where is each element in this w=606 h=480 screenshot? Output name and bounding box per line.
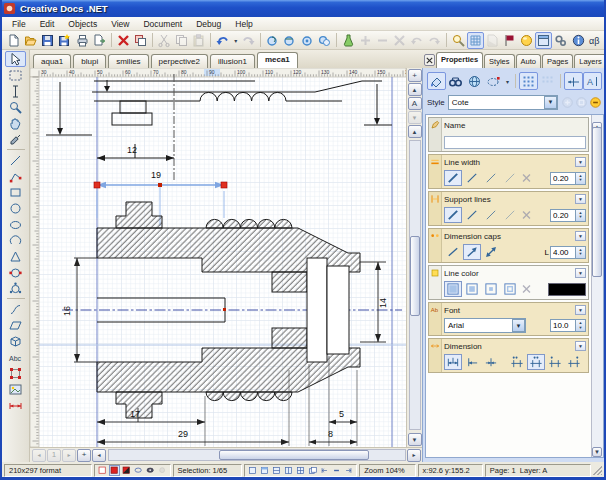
preview-window[interactable] <box>535 32 552 49</box>
save-document[interactable] <box>39 32 56 49</box>
tool-polyline[interactable] <box>5 168 26 184</box>
grid-toggle[interactable] <box>467 32 484 49</box>
pane-collapse[interactable] <box>331 465 342 476</box>
dimension-collapse-button[interactable]: ▼ <box>575 341 586 351</box>
tool-rectangle[interactable] <box>5 184 26 200</box>
color-pattern[interactable] <box>482 281 500 297</box>
doc-tab-meca1[interactable]: meca1 <box>257 52 298 68</box>
style-selection[interactable] <box>484 72 503 90</box>
tool-zoom[interactable] <box>5 99 26 115</box>
tool-surface[interactable] <box>5 317 26 333</box>
online-styles[interactable] <box>465 72 484 90</box>
prev-layer-button[interactable]: ▲ <box>408 83 422 96</box>
cap-length-spinner[interactable]: ▲▼ <box>576 246 586 259</box>
support-lines-collapse-button[interactable]: ▼ <box>575 194 586 204</box>
font-size-value[interactable] <box>550 319 576 332</box>
print[interactable] <box>74 32 91 49</box>
menu-objects[interactable]: Objects <box>62 18 103 30</box>
zoom-tool[interactable] <box>450 32 467 49</box>
font-collapse-button[interactable]: ▼ <box>575 305 586 315</box>
vertical-scroll-thumb[interactable] <box>410 236 420 316</box>
dimension-handle-left[interactable] <box>94 182 100 188</box>
dim-text-left[interactable] <box>546 354 564 370</box>
tool-text[interactable]: Abc <box>5 349 26 365</box>
color-gradient[interactable] <box>463 281 481 297</box>
object-look-2[interactable] <box>281 32 298 49</box>
tool-curve[interactable] <box>5 301 26 317</box>
undo[interactable] <box>214 32 231 49</box>
tool-arc[interactable] <box>5 232 26 248</box>
doc-tab-perpective2[interactable]: perpective2 <box>151 54 208 68</box>
style-brush[interactable] <box>427 72 446 90</box>
delete-object[interactable] <box>115 32 132 49</box>
tool-hand[interactable] <box>5 115 26 131</box>
menu-help[interactable]: Help <box>229 18 258 30</box>
dim-free[interactable] <box>482 354 500 370</box>
settings[interactable] <box>552 32 569 49</box>
menu-debug[interactable]: Debug <box>190 18 227 30</box>
undo-dropdown[interactable]: ▾ <box>232 32 241 49</box>
zoom-page-button[interactable]: + <box>408 69 422 82</box>
style-oval-filled[interactable] <box>145 465 156 476</box>
view-split-h[interactable] <box>271 465 282 476</box>
pane-right[interactable] <box>343 465 354 476</box>
doc-tab-illusion1[interactable]: illusion1 <box>210 54 255 68</box>
font-family-arrow[interactable]: ▼ <box>512 319 525 332</box>
tool-polygon[interactable] <box>5 248 26 264</box>
line-width-spinner[interactable]: ▲▼ <box>576 172 586 185</box>
scroll-left-button[interactable]: ◂ <box>92 449 106 462</box>
cap-arrow[interactable] <box>463 244 481 260</box>
menu-document[interactable]: Document <box>137 18 188 30</box>
dim-left[interactable] <box>463 354 481 370</box>
view-split-v[interactable] <box>283 465 294 476</box>
horizontal-scroll-thumb[interactable] <box>219 450 369 460</box>
open-document[interactable] <box>22 32 39 49</box>
object-look-3[interactable] <box>299 32 316 49</box>
panel-scroll-down[interactable]: ▼ <box>592 447 602 457</box>
tool-dimension[interactable] <box>5 397 26 413</box>
panel-tab-pages[interactable]: Pages <box>542 54 573 68</box>
tool-global-select[interactable] <box>5 67 26 83</box>
style-combo[interactable]: Cote ▼ <box>448 95 558 110</box>
swatch-solid[interactable] <box>109 465 120 476</box>
zoom-status[interactable]: Zoom 104% <box>359 464 415 477</box>
font-family-combo[interactable]: Arial▼ <box>444 318 526 333</box>
dim-centered[interactable] <box>444 354 462 370</box>
dim-text-auto[interactable] <box>508 354 526 370</box>
style-combo-arrow[interactable]: ▼ <box>544 96 557 109</box>
save-as[interactable] <box>56 32 73 49</box>
dimension-handle-right[interactable] <box>221 182 227 188</box>
menu-view[interactable]: View <box>105 18 135 30</box>
dimension-handle-center[interactable] <box>158 183 162 187</box>
vertical-scrollbar[interactable] <box>409 140 421 430</box>
debug-flag[interactable] <box>501 32 518 49</box>
tool-select[interactable] <box>5 51 26 67</box>
layer-a-button[interactable]: A <box>408 97 422 110</box>
pane-left[interactable] <box>319 465 330 476</box>
tool-picker[interactable] <box>5 131 26 147</box>
tool-line[interactable] <box>5 152 26 168</box>
panel-scroll-thumb[interactable] <box>592 127 602 277</box>
dim-text-center[interactable] <box>527 354 545 370</box>
title-bar[interactable]: Creative Docs .NET <box>0 0 606 17</box>
line-color-collapse-button[interactable]: ▼ <box>575 268 586 278</box>
export[interactable] <box>91 32 108 49</box>
cap-plain[interactable] <box>444 244 462 260</box>
style-remove[interactable] <box>589 96 602 109</box>
view-cascade[interactable] <box>307 465 318 476</box>
resize-grip[interactable] <box>593 465 602 475</box>
find-style[interactable] <box>446 72 465 90</box>
name-field[interactable] <box>444 136 586 149</box>
support-lines-value[interactable] <box>550 209 576 222</box>
dimension-caps-collapse-button[interactable]: ▼ <box>575 231 586 241</box>
duplicate-object[interactable] <box>132 32 149 49</box>
view-window-1[interactable] <box>247 465 258 476</box>
width-solid[interactable] <box>444 170 462 186</box>
grid-inactive[interactable] <box>538 72 557 90</box>
doc-tab-aqua1[interactable]: aqua1 <box>33 54 71 68</box>
style-oval-outline[interactable] <box>133 465 144 476</box>
swatch-pattern[interactable] <box>121 465 132 476</box>
support-lines-spinner[interactable]: ▲▼ <box>576 209 586 222</box>
tool-circle[interactable] <box>5 200 26 216</box>
menu-file[interactable]: File <box>6 18 32 30</box>
